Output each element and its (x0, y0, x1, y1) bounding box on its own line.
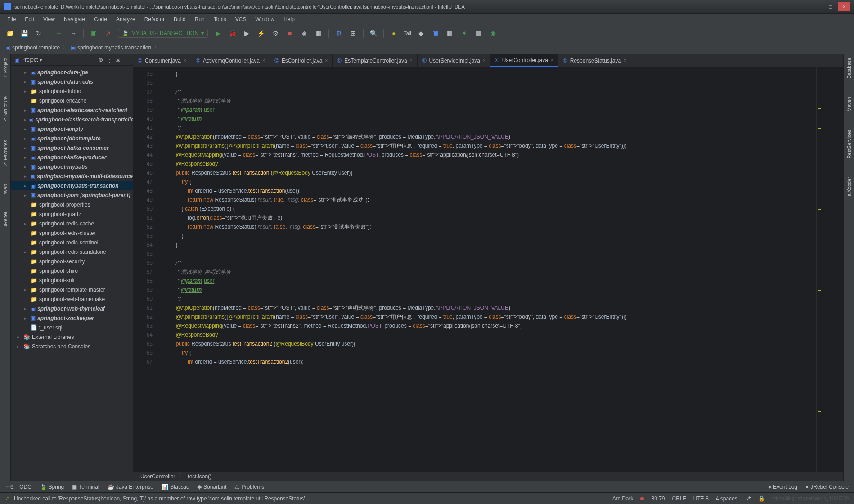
tree-item-t-user-sql[interactable]: 📄t_user.sql (11, 323, 133, 332)
back-icon[interactable]: ← (54, 29, 63, 38)
minimap[interactable] (816, 68, 843, 472)
git-icon[interactable]: ⎇ (745, 495, 751, 502)
close-tab-icon[interactable]: × (624, 58, 626, 63)
tab-usercontroller[interactable]: ⒸUserController.java× (490, 54, 558, 67)
minimize-button[interactable]: — (811, 2, 823, 11)
nav-icon[interactable]: ↗ (103, 29, 112, 38)
save-icon[interactable]: 💾 (20, 29, 29, 38)
jr6-icon[interactable]: ◉ (489, 29, 498, 38)
editor[interactable]: 3536373839404142434445464748495051525354… (133, 68, 843, 472)
toolwin-todo[interactable]: ≡6: TODO (5, 484, 32, 490)
toolwin-problems[interactable]: ⚠Problems (234, 484, 264, 490)
menu-run[interactable]: Run (191, 15, 208, 23)
tree-item-springboot-dubbo[interactable]: ▸📁springboot-dubbo (11, 86, 133, 96)
rail-maven[interactable]: Maven (846, 97, 852, 112)
attach-icon[interactable]: ⚙ (271, 29, 280, 38)
sidebar-title-selector[interactable]: ▣ Project ▾ (14, 57, 42, 63)
menu-vcs[interactable]: VCS (232, 15, 250, 23)
rail-database[interactable]: Database (846, 58, 852, 79)
rail-aixcoder[interactable]: aiXcoder (846, 177, 852, 196)
tab-responsestatus[interactable]: ⒸResponseStatus.java× (558, 54, 631, 67)
tree-item-springboot-properties[interactable]: 📁springboot-properties (11, 200, 133, 209)
open-icon[interactable]: 📁 (5, 29, 14, 38)
tree-item-springboot-ehcache[interactable]: 📁springboot-ehcache (11, 96, 133, 105)
tree-item-springboot-solr[interactable]: 📁springboot-solr (11, 275, 133, 285)
rail-favorites[interactable]: 2: Favorites (3, 140, 8, 166)
menu-build[interactable]: Build (170, 15, 189, 23)
toolwin-terminal[interactable]: ▣Terminal (72, 484, 99, 490)
profile-icon[interactable]: ⚡ (256, 29, 265, 38)
menu-help[interactable]: Help (280, 15, 298, 23)
tab-escontroller[interactable]: ⒸEsController.java× (270, 54, 333, 67)
close-tab-icon[interactable]: × (551, 58, 553, 63)
tree-item-springboot-mybatis-mutil-datasource[interactable]: ▸▣springboot-mybatis-mutil-datasource (11, 171, 133, 181)
close-tab-icon[interactable]: × (325, 58, 328, 63)
menu-edit[interactable]: Edit (21, 15, 38, 23)
refresh-icon[interactable]: ↻ (34, 29, 43, 38)
tree-item-springboot-data-redis[interactable]: ▸▣springboot-data-redis (11, 77, 133, 86)
rail-web[interactable]: Web (3, 184, 8, 194)
toolwin-sonarlint[interactable]: ◉SonarLint (197, 484, 226, 490)
project-tree[interactable]: ▸▣springboot-data-jpa▸▣springboot-data-r… (11, 66, 133, 481)
encoding[interactable]: UTF-8 (693, 495, 709, 502)
tab-userserviceimpl[interactable]: ⒸUserServiceImpl.java× (418, 54, 490, 67)
menu-analyze[interactable]: Analyze (112, 15, 139, 23)
tree-item-springboot-empty[interactable]: ▸▣springboot-empty (11, 124, 133, 134)
run-config-selector[interactable]: 🍃 MYBATIS-TRANSACTTION ▾ (118, 29, 208, 38)
tree-item-springboot-elasticsearch-transportclient[interactable]: ▸▣springboot-elasticsearch-transportclie… (11, 115, 133, 124)
minimize-icon[interactable]: — (124, 57, 129, 63)
menu-window[interactable]: Window (252, 15, 278, 23)
breadcrumb-item[interactable]: ▣springboot-mybatis-transaction (71, 45, 151, 51)
breadcrumb-item[interactable]: ▣springboot-template (5, 45, 60, 51)
close-tab-icon[interactable]: × (410, 58, 413, 63)
jr5-icon[interactable]: ▦ (474, 29, 483, 38)
tree-scratches-and-consoles[interactable]: ▸📚Scratches and Consoles (11, 342, 133, 351)
rail-jrebel[interactable]: JRebel (3, 212, 8, 227)
menu-code[interactable]: Code (90, 15, 111, 23)
menu-refactor[interactable]: Refactor (141, 15, 168, 23)
tree-item-springboot-web-thymeleaf[interactable]: ▸▣springboot-web-thymeleaf (11, 304, 133, 313)
toolwin-javaenterprise[interactable]: ☕Java Enterprise (108, 484, 153, 490)
theme-label[interactable]: Arc Dark (612, 495, 634, 502)
close-tab-icon[interactable]: × (184, 58, 186, 63)
tree-item-springboot-pom--springboot-parent-[interactable]: ▸▣springboot-pom [springboot-parent] (11, 190, 133, 200)
jr-icon[interactable]: ◆ (417, 29, 426, 38)
line-separator[interactable]: CRLF (672, 495, 686, 502)
menu-tools[interactable]: Tools (210, 15, 230, 23)
tree-item-springboot-mybatis-transaction[interactable]: ▸▣springboot-mybatis-transaction (11, 181, 133, 190)
forward-icon[interactable]: → (69, 29, 78, 38)
tree-item-springboot-jdbctemplate[interactable]: ▸▣springboot-jdbctemplate (11, 134, 133, 143)
maximize-button[interactable]: □ (824, 2, 837, 11)
hide-icon[interactable]: ⇲ (116, 57, 120, 63)
tail-label[interactable]: Tail (404, 31, 411, 36)
rail-project[interactable]: 1: Project (3, 58, 8, 78)
tree-item-springboot-shiro[interactable]: 📁springboot-shiro (11, 266, 133, 275)
tree-external-libraries[interactable]: ▸📚External Libraries (11, 332, 133, 342)
tree-item-springboot-data-jpa[interactable]: ▸▣springboot-data-jpa (11, 68, 133, 77)
tool-icon[interactable]: ◈ (300, 29, 309, 38)
search-icon[interactable]: 🔍 (369, 29, 378, 38)
jr2-icon[interactable]: ▣ (431, 29, 440, 38)
toolwin-statistic[interactable]: 📊Statistic (162, 484, 189, 490)
close-tab-icon[interactable]: × (262, 58, 265, 63)
tree-item-springboot-kafka-producer[interactable]: ▸▣springboot-kafka-producer (11, 153, 133, 162)
coverage-icon[interactable]: ▶ (242, 29, 251, 38)
stop-icon[interactable]: ■ (285, 29, 294, 38)
tree-item-springboot-template-master[interactable]: ▸📁springboot-template-master (11, 285, 133, 294)
tree-item-springboot-mybatis[interactable]: ▸▣springboot-mybatis (11, 162, 133, 171)
collapse-icon[interactable]: ⋮ (107, 57, 112, 63)
code-content[interactable]: } /** * 测试事务-编程式事务 * @param user * @retu… (160, 68, 816, 472)
dot-icon[interactable]: ● (389, 29, 398, 38)
cursor-position[interactable]: 30:79 (651, 495, 665, 502)
debug-icon[interactable]: 🐞 (228, 29, 237, 38)
close-tab-icon[interactable]: × (483, 58, 485, 63)
toolwin-eventlog[interactable]: ●Event Log (768, 484, 797, 490)
tree-item-springboot-web-framemake[interactable]: 📁springboot-web-framemake (11, 294, 133, 304)
tab-estemplatecontroller[interactable]: ⒸEsTemplateController.java× (333, 54, 417, 67)
tab-activemqcontroller[interactable]: ⒸActivemqController.java× (191, 54, 270, 67)
rail-restservices[interactable]: RestServices (846, 130, 852, 159)
menu-navigate[interactable]: Navigate (60, 15, 89, 23)
tree-item-springboot-quartz[interactable]: 📁springboot-quartz (11, 209, 133, 219)
tree-item-springboot-redis-standalone[interactable]: ▸📁springboot-redis-standalone (11, 247, 133, 256)
settings-icon[interactable]: ⚙ (334, 29, 343, 38)
